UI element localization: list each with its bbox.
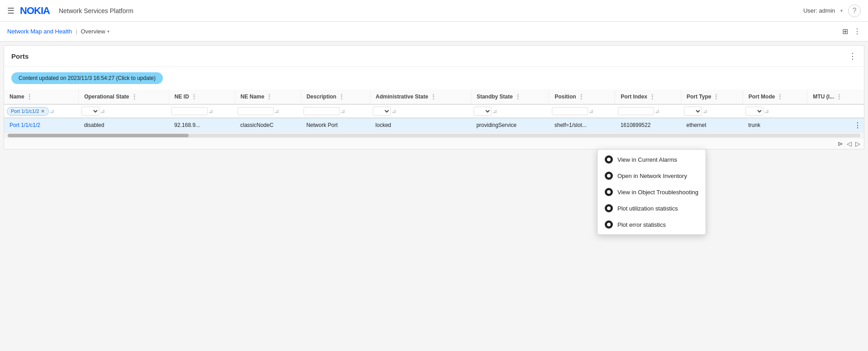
nav-prev-prev[interactable]: ⊳ <box>838 140 843 147</box>
col-admin-state: Administrative State ⋮ <box>370 89 471 104</box>
filter-ne-id-input[interactable] <box>171 107 208 115</box>
filter-desc-cell: ⊿ <box>301 104 370 118</box>
breadcrumb-item-1[interactable]: Network Map and Health <box>7 28 72 35</box>
cell-port-mode: trunk <box>743 118 807 132</box>
col-operational-state: Operational State ⋮ <box>79 89 169 104</box>
table-container: Name ⋮ Operational State ⋮ NE ID ⋮ <box>4 89 864 132</box>
help-button[interactable]: ? <box>848 5 861 17</box>
cell-ne-id: 92.168.9... <box>169 118 235 132</box>
filter-ne-id-icon[interactable]: ⊿ <box>209 108 213 114</box>
col-description: Description ⋮ <box>301 89 370 104</box>
cell-name: Port 1/1/c1/2 <box>4 118 79 132</box>
filter-port-index-input[interactable] <box>618 107 654 115</box>
bottom-nav: ⊳ ◁ ▷ <box>4 138 864 149</box>
col-standby-menu[interactable]: ⋮ <box>515 93 521 100</box>
panel-menu-icon[interactable]: ⋮ <box>849 51 857 61</box>
col-op-state-menu[interactable]: ⋮ <box>131 93 138 100</box>
col-position-menu[interactable]: ⋮ <box>578 93 584 100</box>
nav-prev[interactable]: ◁ <box>847 140 852 147</box>
filter-port-index-icon[interactable]: ⊿ <box>655 108 659 114</box>
filter-ne-id-cell: ⊿ <box>169 104 235 118</box>
horizontal-scrollbar[interactable] <box>4 132 864 138</box>
filter-port-type-select[interactable] <box>684 107 702 116</box>
col-ne-name: NE Name ⋮ <box>235 89 301 104</box>
filter-port-index-cell: ⊿ <box>615 104 681 118</box>
cell-description: Network Port <box>301 118 370 132</box>
cell-position: shelf=1/slot... <box>549 118 615 132</box>
menu-icon[interactable]: ☰ <box>7 6 14 16</box>
cell-ne-name: classicNodeC <box>235 118 301 132</box>
col-port-index-menu[interactable]: ⋮ <box>649 93 655 100</box>
scroll-thumb[interactable] <box>8 134 189 137</box>
filter-position-icon[interactable]: ⊿ <box>589 108 593 114</box>
filter-ne-name-input[interactable] <box>237 107 274 115</box>
filter-position-input[interactable] <box>552 107 588 115</box>
filter-standby-cell: ⊿ <box>471 104 549 118</box>
filter-admin-state-select[interactable] <box>373 107 391 116</box>
breadcrumb-separator: | <box>76 28 77 35</box>
breadcrumb-dropdown[interactable]: Overview ▾ <box>81 28 109 35</box>
app-logo: NOKIA <box>20 5 50 17</box>
col-desc-menu[interactable]: ⋮ <box>338 93 345 100</box>
col-port-mode-menu[interactable]: ⋮ <box>777 93 783 100</box>
grid-view-icon[interactable]: ⊞ <box>842 27 848 36</box>
col-mtu-menu[interactable]: ⋮ <box>836 93 842 100</box>
cell-mtu: ⋮ <box>807 118 864 132</box>
ports-table: Name ⋮ Operational State ⋮ NE ID ⋮ <box>4 89 864 132</box>
user-label: User: admin <box>803 7 835 14</box>
col-name: Name ⋮ <box>4 89 79 104</box>
nokia-logo-text: NOKIA <box>20 5 50 17</box>
filter-position-cell: ⊿ <box>549 104 615 118</box>
filter-port-type-icon[interactable]: ⊿ <box>703 108 707 114</box>
port-name-link[interactable]: Port 1/1/c1/2 <box>9 122 40 128</box>
col-port-type-menu[interactable]: ⋮ <box>713 93 719 100</box>
cell-port-index: 1610899522 <box>615 118 681 132</box>
filter-standby-icon[interactable]: ⊿ <box>493 108 497 114</box>
navbar-right: User: admin ▾ ? <box>803 5 861 17</box>
col-port-type: Port Type ⋮ <box>681 89 743 104</box>
filter-op-state-icon[interactable]: ⊿ <box>100 108 105 114</box>
filter-row: Port 1/1/c1/2 ✕ ⊿ ⊿ <box>4 104 864 118</box>
col-admin-state-menu[interactable]: ⋮ <box>430 93 436 100</box>
col-ne-id-menu[interactable]: ⋮ <box>191 93 197 100</box>
filter-admin-state-icon[interactable]: ⊿ <box>392 108 396 114</box>
filter-mtu-cell <box>807 104 864 118</box>
filter-port-mode-icon[interactable]: ⊿ <box>764 108 769 114</box>
user-dropdown-arrow[interactable]: ▾ <box>840 8 843 13</box>
filter-op-state-select[interactable] <box>81 107 100 116</box>
cell-admin-state: locked <box>370 118 471 132</box>
filter-name-close[interactable]: ✕ <box>41 108 45 114</box>
filter-desc-input[interactable] <box>304 107 340 115</box>
table-row[interactable]: Port 1/1/c1/2 disabled 92.168.9... class… <box>4 118 864 132</box>
col-mtu: MTU (I... ⋮ <box>807 89 864 104</box>
col-name-menu[interactable]: ⋮ <box>26 93 33 100</box>
scroll-track <box>8 134 860 137</box>
update-button[interactable]: Content updated on 2023/11/3 16:54:27 (C… <box>11 72 163 84</box>
filter-port-type-cell: ⊿ <box>681 104 743 118</box>
filter-port-mode-select[interactable] <box>745 107 764 116</box>
col-ne-name-menu[interactable]: ⋮ <box>266 93 272 100</box>
breadcrumb-dropdown-arrow-icon: ▾ <box>107 29 109 34</box>
breadcrumb-item-2: Overview <box>81 28 105 35</box>
nav-next[interactable]: ▷ <box>855 140 860 147</box>
cell-standby-state: providingService <box>471 118 549 132</box>
row-more-icon[interactable]: ⋮ <box>854 121 861 130</box>
filter-standby-select[interactable] <box>474 107 492 116</box>
filter-name-icon[interactable]: ⊿ <box>50 108 54 114</box>
app-title: Network Services Platform <box>59 7 133 14</box>
context-menu-item-alarms[interactable]: View in Current Alarms <box>598 151 706 153</box>
filter-port-mode-cell: ⊿ <box>743 104 807 118</box>
filter-ne-name-icon[interactable]: ⊿ <box>275 108 279 114</box>
col-position: Position ⋮ <box>549 89 615 104</box>
filter-desc-icon[interactable]: ⊿ <box>341 108 345 114</box>
panel-header: Ports ⋮ <box>4 46 864 67</box>
navbar: ☰ NOKIA Network Services Platform User: … <box>0 0 868 22</box>
col-ne-id: NE ID ⋮ <box>169 89 235 104</box>
main-panel: Ports ⋮ Content updated on 2023/11/3 16:… <box>4 45 864 150</box>
breadcrumb-right-actions: ⊞ ⋮ <box>842 27 861 36</box>
more-options-icon[interactable]: ⋮ <box>854 27 861 36</box>
cell-port-type: ethernet <box>681 118 743 132</box>
filter-admin-state-cell: ⊿ <box>370 104 471 118</box>
col-port-index: Port Index ⋮ <box>615 89 681 104</box>
context-menu: View in Current Alarms Open in Network I… <box>597 149 706 153</box>
